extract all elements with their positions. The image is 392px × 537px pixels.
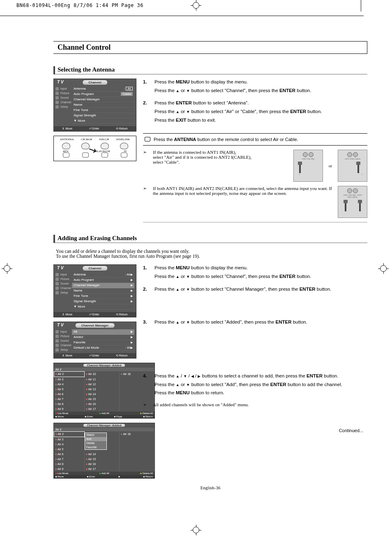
remote-button-icon	[145, 137, 150, 141]
note-both-ant: If both ANT1 IN(AIR) and ANT2 IN(CABLE) …	[153, 186, 334, 218]
subheading-antenna: Selecting the Antenna	[53, 66, 367, 74]
steps-list: 4.Press the / / / buttons to select a ch…	[143, 373, 367, 398]
antenna-diagram: ANT2 IN(CABLE) ↑	[338, 150, 367, 182]
section-title: Channel Control	[53, 41, 367, 54]
steps-list: 3.Press the or button to select "Added",…	[143, 319, 367, 327]
or-label: or	[327, 164, 334, 168]
note-added-menu: All added channels will be shown on "Add…	[153, 402, 367, 407]
return-arrow-icon	[143, 150, 149, 182]
note-ant1: If the antenna is connected to ANT1 IN(A…	[153, 150, 289, 182]
antenna-diagram: ANT1 IN(AIR) ↑	[293, 150, 323, 182]
osd-channel-menu-2: T VChannel InputPictureSoundChannelSetup…	[53, 264, 136, 317]
tip-antenna-button: Press the ANTENNA button on the remote c…	[143, 133, 367, 146]
continued-label: Continued...	[143, 428, 367, 433]
subheading-adding-erasing: Adding and Erasing Channels	[53, 235, 367, 243]
page-footer: English-36	[53, 485, 367, 490]
antenna-diagram-both: ANT1 IN(AIR) ANT2 IN(CABLE)	[338, 186, 367, 218]
remote-strip: ANTENNACH MGRFAV.CHWISELINK ↘ REWPLAY/PA…	[53, 136, 136, 161]
osd-channel-menu: T VChannel InputPictureSoundChannelSetup…	[53, 79, 136, 132]
intro-text: You can add or delete a channel to displ…	[53, 247, 367, 264]
steps-list: 1.Press the MENU button to display the m…	[143, 79, 367, 125]
osd-channel-manager: T VChannel Manager InputPictureSoundChan…	[53, 322, 136, 359]
channel-grid-added: Channel Manager /AddedAir 2 Air 2Air 10A…	[53, 363, 155, 419]
steps-list: 1.Press the MENU button to display the m…	[143, 264, 367, 294]
tip-text: Press the ANTENNA button on the remote c…	[154, 137, 298, 142]
return-arrow-icon	[143, 186, 149, 218]
channel-grid-added-popup: Channel Manager /AddedAir 2 Air 2Air 18A…	[53, 423, 155, 479]
